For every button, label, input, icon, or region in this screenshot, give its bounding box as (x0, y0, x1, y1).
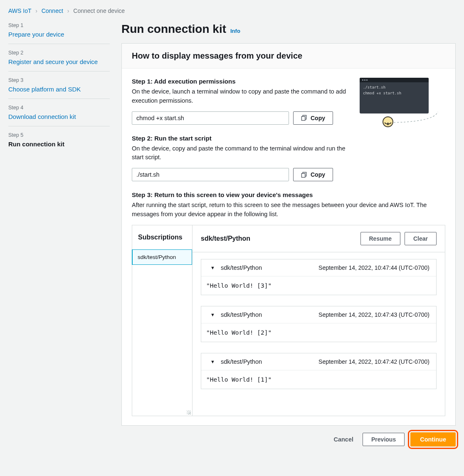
message-header[interactable]: ▼ sdk/test/Python September 14, 2022, 10… (201, 306, 436, 323)
wizard-step-4[interactable]: Step 4 Download connection kit (8, 105, 110, 126)
chevron-right-icon: › (67, 7, 69, 14)
wizard-step-2[interactable]: Step 2 Register and secure your device (8, 50, 110, 72)
message-topic: sdk/test/Python (221, 358, 318, 365)
message-body: "Hello World! [3]" (201, 276, 436, 295)
previous-button[interactable]: Previous (363, 433, 405, 446)
copy-label: Copy (311, 115, 325, 121)
message-header[interactable]: ▼ sdk/test/Python September 14, 2022, 10… (201, 259, 436, 276)
copy-icon (301, 115, 307, 121)
resume-button[interactable]: Resume (360, 232, 400, 245)
message-card: ▼ sdk/test/Python September 14, 2022, 10… (201, 306, 437, 342)
info-link[interactable]: Info (230, 28, 240, 34)
wizard-step-5: Step 5 Run connection kit (8, 132, 110, 153)
terminal-line: chmod +x start.sh (363, 91, 425, 96)
wizard-step-label: Step 5 (8, 132, 110, 138)
wizard-step-1[interactable]: Step 1 Prepare your device (8, 22, 110, 44)
message-header[interactable]: ▼ sdk/test/Python September 14, 2022, 10… (201, 353, 436, 370)
message-timestamp: September 14, 2022, 10:47:44 (UTC-0700) (318, 264, 429, 271)
svg-point-0 (383, 117, 393, 127)
wizard-footer: Cancel Previous Continue (121, 432, 456, 446)
wizard-step-3[interactable]: Step 3 Choose platform and SDK (8, 77, 110, 99)
message-timestamp: September 14, 2022, 10:47:43 (UTC-0700) (318, 311, 429, 318)
terminal-illustration: ./start.sh chmod +x start.sh (360, 78, 445, 113)
step2-command[interactable]: ./start.sh (132, 168, 289, 181)
svg-rect-3 (301, 116, 305, 120)
wizard-step-name: Run connection kit (8, 141, 110, 148)
copy-icon (301, 172, 307, 178)
svg-rect-5 (301, 173, 305, 177)
chevron-right-icon: › (35, 7, 37, 14)
wizard-steps-sidebar: Step 1 Prepare your device Step 2 Regist… (8, 22, 110, 446)
wizard-step-name: Register and secure your device (8, 58, 110, 65)
instructions-panel: How to display messages from your device… (121, 43, 456, 426)
wizard-step-label: Step 2 (8, 50, 110, 56)
step3-desc: After running the start script, return t… (132, 201, 445, 219)
copy-button-step2[interactable]: Copy (293, 168, 333, 181)
subscriptions-column: Subscriptions sdk/test/Python (132, 225, 193, 416)
caret-down-icon: ▼ (210, 312, 215, 317)
step3-title: Step 3: Return to this screen to view yo… (132, 191, 445, 198)
wizard-step-label: Step 3 (8, 77, 110, 83)
breadcrumb-root[interactable]: AWS IoT (8, 7, 31, 14)
step2-title: Step 2: Run the start script (132, 135, 445, 142)
caret-down-icon: ▼ (210, 359, 215, 364)
subscription-item[interactable]: sdk/test/Python (132, 249, 192, 265)
step2-desc: On the device, copy and paste the comman… (132, 144, 348, 163)
message-body: "Hello World! [1]" (201, 370, 436, 389)
page-title: Run connection kit (121, 22, 226, 36)
subscriptions-header: Subscriptions (132, 225, 192, 250)
message-topic: sdk/test/Python (221, 264, 318, 271)
cancel-button[interactable]: Cancel (330, 436, 357, 443)
message-viewer: Subscriptions sdk/test/Python sdk/test/P… (132, 225, 445, 416)
wizard-step-name: Prepare your device (8, 31, 110, 38)
breadcrumb-current: Connect one device (73, 7, 125, 14)
message-timestamp: September 14, 2022, 10:47:42 (UTC-0700) (318, 358, 429, 365)
caret-down-icon: ▼ (210, 265, 215, 270)
message-card: ▼ sdk/test/Python September 14, 2022, 10… (201, 353, 437, 389)
person-icon (382, 116, 394, 129)
continue-button[interactable]: Continue (410, 432, 456, 446)
panel-title: How to display messages from your device (132, 51, 445, 61)
clear-button[interactable]: Clear (405, 232, 437, 245)
feed-title: sdk/test/Python (201, 235, 356, 242)
step1-command[interactable]: chmod +x start.sh (132, 111, 289, 125)
message-card: ▼ sdk/test/Python September 14, 2022, 10… (201, 259, 437, 295)
copy-label: Copy (311, 171, 325, 178)
step1-desc: On the device, launch a terminal window … (132, 87, 348, 106)
wizard-step-name: Choose platform and SDK (8, 86, 110, 93)
svg-rect-1 (387, 123, 389, 125)
breadcrumb: AWS IoT › Connect › Connect one device (8, 7, 456, 14)
message-body: "Hello World! [2]" (201, 323, 436, 342)
wizard-step-label: Step 1 (8, 22, 110, 28)
breadcrumb-section[interactable]: Connect (42, 7, 63, 14)
wizard-step-label: Step 4 (8, 105, 110, 111)
feed-column: sdk/test/Python Resume Clear ▼ sdk/test/… (193, 225, 445, 416)
message-topic: sdk/test/Python (221, 311, 318, 318)
copy-button-step1[interactable]: Copy (293, 111, 333, 125)
resizer-handle[interactable] (132, 410, 192, 416)
terminal-line: ./start.sh (363, 85, 425, 91)
wizard-step-name: Download connection kit (8, 113, 110, 120)
